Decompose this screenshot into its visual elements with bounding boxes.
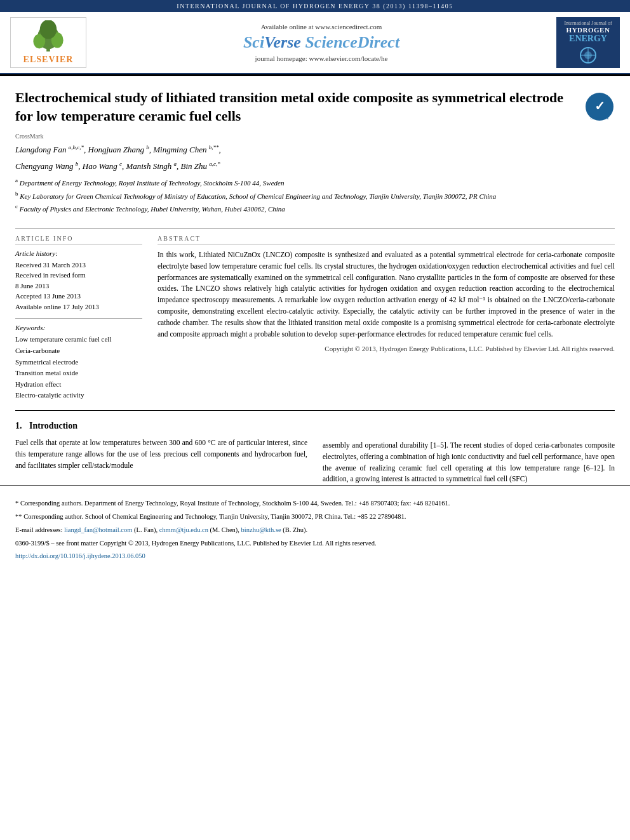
svg-text:CrossMark: CrossMark <box>590 116 609 120</box>
sciverse-logo: SciVerse ScienceDirect <box>99 33 544 52</box>
footnote-2: ** Corresponding author. School of Chemi… <box>15 512 615 523</box>
copyright-line: Copyright © 2013, Hydrogen Energy Public… <box>158 343 615 354</box>
svg-point-4 <box>40 20 57 39</box>
intro-left-col: 1. Introduction Fuel cells that operate … <box>15 421 307 485</box>
keyword-1: Low temperature ceramic fuel cell <box>15 334 142 345</box>
journal-header-bar: INTERNATIONAL JOURNAL OF HYDROGEN ENERGY… <box>0 0 630 12</box>
elsevier-text: ELSEVIER <box>23 55 74 65</box>
email-footnote: E-mail addresses: liangd_fan@hotmail.com… <box>15 525 615 536</box>
keyword-2: Ceria-carbonate <box>15 345 142 357</box>
issn-line: 0360-3199/$ – see front matter Copyright… <box>15 538 615 549</box>
history-label: Article history: <box>15 250 142 257</box>
revised-date: 8 June 2013 <box>15 281 142 291</box>
email-fan[interactable]: liangd_fan@hotmail.com <box>64 526 132 533</box>
keyword-3: Symmetrical electrode <box>15 357 142 368</box>
article-info-abstract: ARTICLE INFO Article history: Received 3… <box>0 235 630 401</box>
affiliations: a Department of Energy Technology, Royal… <box>15 177 615 213</box>
article-history: Article history: Received 31 March 2013 … <box>15 250 142 312</box>
authors-section: Liangdong Fan a,b,c,*, Hongjuan Zhang b,… <box>0 142 630 222</box>
authors-line-2: Chengyang Wang b, Hao Wang c, Manish Sin… <box>15 159 615 173</box>
article-info-heading: ARTICLE INFO <box>15 235 142 244</box>
received-date: Received 31 March 2013 <box>15 260 142 270</box>
journal-title-text: INTERNATIONAL JOURNAL OF HYDROGEN ENERGY… <box>177 3 453 10</box>
email-zhu[interactable]: binzhu@kth.se <box>241 526 281 533</box>
section-divider <box>15 228 615 229</box>
elsevier-logo: ELSEVIER <box>10 17 86 68</box>
keyword-5: Hydration effect <box>15 379 142 390</box>
keywords-divider <box>15 318 142 319</box>
intro-right-col: assembly and operational durability [1–5… <box>323 421 615 485</box>
doi-link[interactable]: http://dx.doi.org/10.1016/j.ijhydene.201… <box>15 552 145 559</box>
intro-right-text: assembly and operational durability [1–5… <box>323 440 615 485</box>
footnote-1: * Corresponding authors. Department of E… <box>15 498 615 509</box>
keywords-section: Keywords: Low temperature ceramic fuel c… <box>15 324 142 401</box>
branding-row: ELSEVIER Available online at www.science… <box>0 12 630 74</box>
crossmark-label: CrossMark <box>0 133 630 142</box>
keywords-label: Keywords: <box>15 324 142 331</box>
hydrogen-energy-logo: International Journal of HYDROGEN ENERGY <box>556 17 620 68</box>
keyword-6: Electro-catalytic activity <box>15 390 142 401</box>
email-chen[interactable]: chmm@tju.edu.cn <box>159 526 208 533</box>
title-section: Electrochemical study of lithiated trans… <box>0 76 630 133</box>
received-revised-label: Received in revised form <box>15 270 142 281</box>
abstract-col: ABSTRACT In this work, Lithiated NiCuZnO… <box>158 235 615 401</box>
intro-left-text: Fuel cells that operate at low temperatu… <box>15 437 307 471</box>
abstract-heading: ABSTRACT <box>158 235 615 244</box>
intro-title: 1. Introduction <box>15 421 307 431</box>
authors-line: Liangdong Fan a,b,c,*, Hongjuan Zhang b,… <box>15 142 615 156</box>
accepted-date: Accepted 13 June 2013 <box>15 291 142 302</box>
svg-text:✓: ✓ <box>594 99 605 113</box>
article-info-col: ARTICLE INFO Article history: Received 3… <box>15 235 142 401</box>
article-title: Electrochemical study of lithiated trans… <box>15 89 574 125</box>
doi-line: http://dx.doi.org/10.1016/j.ijhydene.201… <box>15 551 615 562</box>
introduction-section: 1. Introduction Fuel cells that operate … <box>0 411 630 485</box>
center-branding: Available online at www.sciencedirect.co… <box>86 23 556 62</box>
abstract-text: In this work, Lithiated NiCuZnOx (LNCZO)… <box>158 250 615 355</box>
journal-homepage: journal homepage: www.elsevier.com/locat… <box>99 55 544 62</box>
keyword-4: Transition metal oxide <box>15 368 142 379</box>
crossmark-badge: ✓ CrossMark <box>584 91 615 122</box>
footer-notes: * Corresponding authors. Department of E… <box>0 485 630 568</box>
available-online-text: Available online at www.sciencedirect.co… <box>99 23 544 30</box>
available-online-date: Available online 17 July 2013 <box>15 302 142 312</box>
